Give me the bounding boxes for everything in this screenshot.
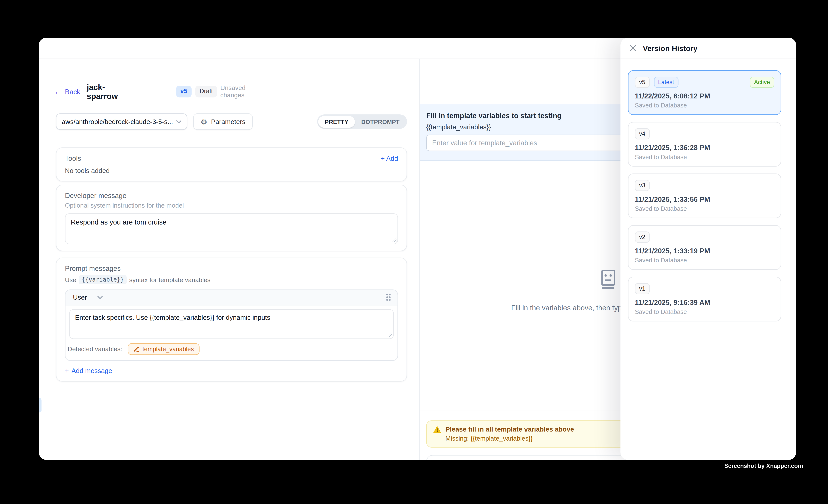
detected-variables-row: Detected variables: template_variables bbox=[66, 339, 398, 360]
plus-icon: + bbox=[65, 367, 69, 375]
version-status: Saved to Database bbox=[635, 309, 774, 315]
message-header: User bbox=[66, 290, 398, 305]
message-block: User Enter task specifics. Use {{templat… bbox=[65, 289, 398, 361]
version-card[interactable]: v3 11/21/2025, 1:33:56 PM Saved to Datab… bbox=[628, 173, 781, 218]
toggle-dotprompt[interactable]: DOTPROMPT bbox=[355, 116, 406, 127]
hint-suffix: syntax for template variables bbox=[129, 276, 211, 284]
view-toggle: PRETTY DOTPROMPT bbox=[317, 115, 407, 129]
page-title: jack-sparrow bbox=[87, 82, 118, 100]
back-button[interactable]: ← Back bbox=[54, 87, 80, 95]
drag-handle-icon[interactable] bbox=[384, 292, 393, 303]
unsaved-changes-text: Unsaved changes bbox=[220, 84, 246, 99]
model-select-value: aws/anthropic/bedrock-claude-3-5-s... bbox=[62, 118, 176, 125]
active-badge: Active bbox=[750, 77, 774, 88]
plus-icon: + bbox=[381, 155, 385, 162]
version-timestamp: 11/22/2025, 6:08:12 PM bbox=[635, 92, 774, 100]
developer-message-textarea[interactable]: Respond as you are tom cruise bbox=[65, 213, 398, 244]
toggle-pretty[interactable]: PRETTY bbox=[319, 116, 355, 127]
version-status: Saved to Database bbox=[635, 154, 774, 160]
parameters-label: Parameters bbox=[211, 118, 245, 125]
version-badge: v5 bbox=[635, 77, 650, 88]
drawer-handle[interactable] bbox=[39, 398, 41, 412]
version-status: Saved to Database bbox=[635, 206, 774, 212]
close-icon[interactable] bbox=[629, 45, 636, 52]
version-list: v5 Latest Active 11/22/2025, 6:08:12 PM … bbox=[620, 59, 796, 322]
version-status: Saved to Database bbox=[635, 257, 774, 263]
prompt-messages-title: Prompt messages bbox=[65, 264, 398, 272]
model-toolbar: aws/anthropic/bedrock-claude-3-5-s... ⚙ … bbox=[56, 113, 407, 130]
chevron-down-icon bbox=[98, 296, 103, 299]
version-timestamp: 11/21/2025, 1:33:19 PM bbox=[635, 247, 774, 255]
variable-chip[interactable]: template_variables bbox=[128, 343, 200, 355]
hint-prefix: Use bbox=[65, 276, 76, 284]
watermark: Screenshot by Xnapper.com bbox=[724, 462, 803, 469]
add-tool-label: Add bbox=[386, 155, 398, 162]
add-message-button[interactable]: + Add message bbox=[65, 367, 398, 375]
latest-badge: Latest bbox=[654, 77, 678, 88]
version-badge: v1 bbox=[635, 283, 650, 294]
version-badge: v2 bbox=[635, 232, 650, 243]
draft-badge: Draft bbox=[195, 86, 217, 97]
message-textarea[interactable]: Enter task specifics. Use {{template_var… bbox=[69, 309, 394, 339]
version-card[interactable]: v4 11/21/2025, 1:36:28 PM Saved to Datab… bbox=[628, 122, 781, 167]
role-select-value: User bbox=[73, 294, 87, 301]
version-status: Saved to Database bbox=[635, 102, 774, 109]
version-badge: v5 bbox=[176, 86, 192, 97]
variable-chip-label: template_variables bbox=[142, 346, 194, 352]
warning-title: Please fill in all template variables ab… bbox=[446, 426, 574, 433]
version-history-title: Version History bbox=[643, 44, 697, 52]
developer-message-title: Developer message bbox=[65, 192, 398, 200]
pencil-icon bbox=[133, 346, 139, 352]
version-timestamp: 11/21/2025, 1:33:56 PM bbox=[635, 195, 774, 203]
version-badge: v4 bbox=[635, 128, 650, 139]
tools-empty-text: No tools added bbox=[65, 167, 398, 175]
app-window: ← Back jack-sparrow v5 Draft Unsaved cha… bbox=[39, 38, 796, 460]
version-card[interactable]: v1 11/21/2025, 9:16:39 AM Saved to Datab… bbox=[628, 277, 781, 322]
back-label: Back bbox=[65, 87, 80, 95]
model-select[interactable]: aws/anthropic/bedrock-claude-3-5-s... bbox=[56, 113, 187, 130]
version-card[interactable]: v2 11/21/2025, 1:33:19 PM Saved to Datab… bbox=[628, 225, 781, 270]
template-syntax-hint: Use {{variable}} syntax for template var… bbox=[65, 275, 398, 284]
role-select[interactable]: User bbox=[70, 292, 106, 303]
arrow-left-icon: ← bbox=[54, 88, 62, 95]
version-history-header: Version History bbox=[620, 38, 796, 59]
detected-variables-label: Detected variables: bbox=[68, 345, 122, 353]
warning-icon bbox=[433, 426, 441, 433]
version-history-panel: Version History v5 Latest Active 11/22/2… bbox=[620, 38, 796, 460]
developer-message-section: Developer message Optional system instru… bbox=[56, 184, 407, 251]
version-timestamp: 11/21/2025, 9:16:39 AM bbox=[635, 298, 774, 306]
chevron-down-icon bbox=[176, 120, 181, 123]
prompt-messages-section: Prompt messages Use {{variable}} syntax … bbox=[56, 258, 407, 382]
tools-section: Tools + Add No tools added bbox=[56, 148, 407, 181]
version-card[interactable]: v5 Latest Active 11/22/2025, 6:08:12 PM … bbox=[628, 70, 781, 115]
hint-code: {{variable}} bbox=[79, 275, 126, 284]
screen: ← Back jack-sparrow v5 Draft Unsaved cha… bbox=[0, 0, 828, 504]
add-tool-button[interactable]: + Add bbox=[381, 155, 398, 162]
tools-title: Tools bbox=[65, 154, 81, 162]
add-message-label: Add message bbox=[72, 367, 112, 375]
gear-icon: ⚙ bbox=[201, 118, 207, 125]
version-timestamp: 11/21/2025, 1:36:28 PM bbox=[635, 143, 774, 152]
parameters-button[interactable]: ⚙ Parameters bbox=[193, 113, 253, 130]
developer-message-subtitle: Optional system instructions for the mod… bbox=[65, 202, 398, 209]
version-badge: v3 bbox=[635, 180, 650, 191]
robot-icon bbox=[598, 269, 619, 290]
